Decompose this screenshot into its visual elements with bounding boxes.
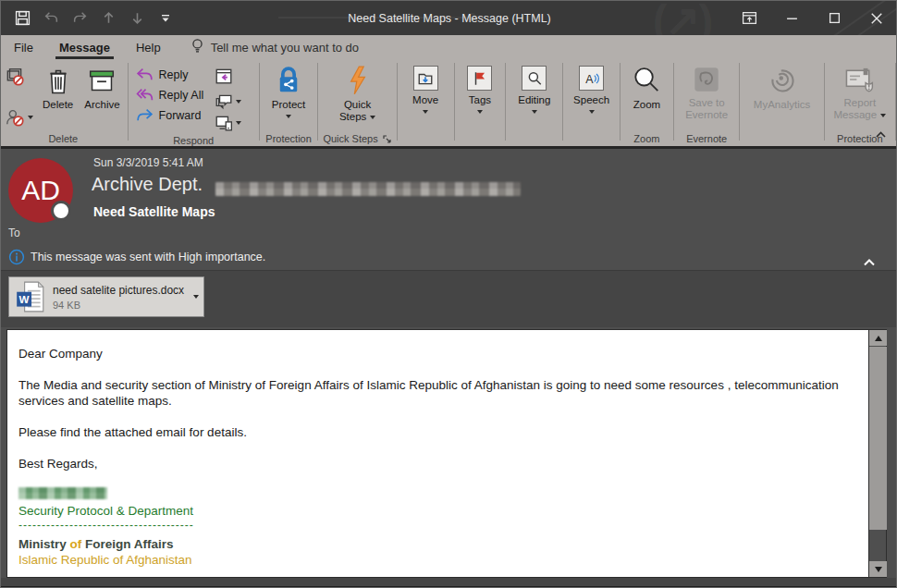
- group-evernote: Save to Evernote Evernote: [676, 59, 738, 146]
- move-icon: [413, 66, 438, 91]
- sent-date: Sun 3/3/2019 5:41 AM: [93, 156, 203, 169]
- group-separator: [128, 63, 129, 141]
- sender-email-redacted: [215, 182, 521, 196]
- move-button[interactable]: Move: [407, 64, 444, 114]
- ribbon-display-options-icon[interactable]: [728, 1, 770, 35]
- lightbulb-icon: [190, 38, 204, 56]
- save-icon[interactable]: [14, 10, 31, 27]
- presence-indicator: [51, 201, 71, 221]
- tab-message[interactable]: Message: [46, 35, 123, 59]
- minimize-button[interactable]: [770, 1, 813, 35]
- group-separator: [562, 63, 563, 141]
- tell-me-box[interactable]: Tell me what you want to do: [190, 38, 359, 56]
- group-label-quick-steps: Quick Steps: [323, 133, 377, 144]
- svg-text:W: W: [19, 293, 30, 305]
- group-separator: [454, 63, 455, 141]
- quick-steps-caret: [370, 116, 375, 119]
- ribbon: Delete Archive Delete Reply: [1, 59, 897, 149]
- meeting-icon[interactable]: [215, 67, 241, 89]
- group-speech: A Speech: [565, 59, 618, 146]
- signature-divider: --------------------------------------: [18, 519, 856, 533]
- group-zoom: Zoom Zoom: [622, 59, 671, 146]
- outlook-message-window: (↗) Need Satellite Maps -: [0, 0, 897, 588]
- tell-me-label: Tell me what you want to do: [211, 41, 359, 55]
- message-body-text[interactable]: Dear Company The Media and security sect…: [7, 330, 867, 577]
- close-button[interactable]: [855, 1, 897, 35]
- device-icon[interactable]: [215, 115, 241, 131]
- group-quick-steps: Quick Steps Quick Steps: [320, 59, 394, 146]
- group-separator: [824, 63, 825, 141]
- svg-text:A: A: [585, 72, 594, 85]
- attachment-bar: W need satelite pictures.docx 94 KB: [1, 270, 897, 327]
- tags-icon: [467, 66, 492, 91]
- speech-button[interactable]: A Speech: [568, 64, 615, 114]
- group-separator: [397, 63, 398, 141]
- group-separator: [673, 63, 674, 141]
- tab-help[interactable]: Help: [123, 35, 174, 59]
- tab-file[interactable]: File: [1, 35, 46, 59]
- group-separator: [317, 63, 318, 141]
- junk-icon[interactable]: [5, 107, 33, 128]
- group-tags: Tags: [457, 59, 504, 146]
- redo-icon: [71, 10, 88, 27]
- move-down-icon: [129, 10, 145, 27]
- editing-caret: [532, 110, 537, 114]
- group-separator: [620, 63, 621, 141]
- editing-icon: [522, 66, 547, 91]
- quick-steps-button[interactable]: Quick Steps: [334, 64, 381, 123]
- reply-button[interactable]: Reply: [136, 67, 204, 81]
- group-myanalytics: MyAnalytics: [742, 59, 821, 146]
- tags-caret: [477, 110, 483, 114]
- window-controls: [728, 1, 897, 35]
- quick-access-toolbar: [14, 1, 174, 35]
- importance-info-bar: This message was sent with High importan…: [1, 243, 897, 270]
- attachment-dropdown-caret[interactable]: [193, 295, 199, 299]
- group-protection: Protect Protection: [262, 59, 316, 146]
- scrollbar-down-button[interactable]: [869, 561, 887, 577]
- undo-icon: [43, 10, 59, 27]
- signature-name-redacted: [18, 487, 107, 499]
- reply-all-button[interactable]: Reply All: [136, 88, 204, 102]
- myanalytics-button[interactable]: MyAnalytics: [748, 64, 816, 111]
- word-document-icon: W: [16, 280, 45, 313]
- report-message-button[interactable]: Report Message: [829, 64, 892, 121]
- scrollbar-up-button[interactable]: [869, 330, 887, 346]
- group-label-zoom: Zoom: [622, 131, 671, 146]
- archive-button[interactable]: Archive: [79, 64, 125, 111]
- protect-button[interactable]: Protect: [266, 64, 311, 118]
- delete-button[interactable]: Delete: [37, 64, 79, 111]
- group-separator: [895, 63, 896, 141]
- group-label-delete: Delete: [1, 131, 126, 146]
- forward-button[interactable]: Forward: [136, 108, 204, 122]
- to-label: To: [8, 227, 20, 239]
- attachment-chip[interactable]: W need satelite pictures.docx 94 KB: [8, 276, 204, 317]
- speech-icon: A: [579, 66, 604, 91]
- im-icon[interactable]: [215, 93, 241, 110]
- tags-button[interactable]: Tags: [461, 64, 498, 114]
- protect-dropdown-caret: [286, 115, 291, 118]
- customize-qat-icon[interactable]: [157, 10, 174, 27]
- report-message-caret: [880, 114, 886, 117]
- signature-block: Security Protocol & Department ---------…: [18, 487, 856, 568]
- move-up-icon: [100, 10, 117, 27]
- group-label-evernote: Evernote: [676, 131, 738, 146]
- group-respond: Reply Reply All Forward: [130, 59, 257, 146]
- collapse-ribbon-icon[interactable]: [875, 126, 887, 142]
- ignore-icon[interactable]: [5, 67, 33, 91]
- editing-button[interactable]: Editing: [512, 64, 556, 114]
- group-label-protection: Protection: [262, 131, 316, 146]
- signature-ministry: Ministry of Foreign Affairs: [18, 536, 856, 552]
- group-move: Move: [399, 59, 452, 146]
- group-label-respond: Respond: [130, 134, 257, 146]
- maximize-button[interactable]: [813, 1, 855, 35]
- vertical-scrollbar[interactable]: [868, 330, 886, 577]
- message-header: AD Sun 3/3/2019 5:41 AM Archive Dept. Ne…: [1, 149, 897, 243]
- sender-name[interactable]: Archive Dept.: [92, 174, 203, 195]
- ribbon-tabs: File Message Help Tell me what you want …: [1, 35, 897, 59]
- collapse-header-icon[interactable]: [863, 253, 874, 261]
- zoom-button[interactable]: Zoom: [626, 64, 667, 111]
- save-to-evernote-button[interactable]: Save to Evernote: [680, 64, 733, 121]
- quick-steps-dialog-launcher-icon[interactable]: [382, 134, 392, 144]
- group-editing: Editing: [508, 59, 560, 146]
- scrollbar-thumb[interactable]: [869, 347, 887, 530]
